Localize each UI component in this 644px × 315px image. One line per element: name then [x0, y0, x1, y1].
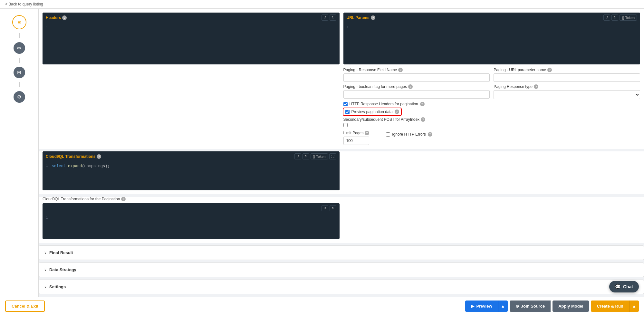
cloud9ql-right-spacer — [343, 151, 640, 190]
sidebar-divider-3 — [19, 82, 20, 87]
paging-response-field-input[interactable] — [343, 73, 490, 82]
pagination-right-spacer — [343, 197, 640, 239]
http-headers-checkbox[interactable] — [343, 102, 348, 106]
headers-undo-btn[interactable]: ↺ — [322, 14, 328, 21]
chat-button[interactable]: 💬 Chat — [609, 281, 639, 292]
cloud9ql-title: Cloud9QL Transformations — [46, 154, 95, 159]
data-strategy-chevron: ∨ — [44, 268, 47, 272]
http-headers-help[interactable]: ? — [420, 102, 425, 106]
settings-section: ∨ Settings — [39, 280, 644, 294]
preview-pagination-label: Preview pagination data — [351, 110, 393, 114]
settings-title: Settings — [49, 284, 66, 289]
url-token-btn[interactable]: {} Token — [620, 14, 637, 21]
avatar[interactable]: R — [12, 15, 26, 29]
pagination-editor-section: Cloud9QL Transformations for the Paginat… — [39, 197, 644, 243]
create-run-button[interactable]: Create & Run — [591, 301, 629, 312]
limit-pages-label: Limit Pages — [343, 131, 364, 135]
url-params-panel: URL Params ? ↺ ↻ {} Token 1 — [343, 13, 640, 145]
paging-bool-help[interactable]: ? — [408, 84, 413, 89]
headers-help-icon[interactable]: ? — [62, 15, 67, 20]
ignore-errors-help[interactable]: ? — [428, 132, 432, 137]
cloud9ql-help-icon[interactable]: ? — [97, 154, 101, 159]
paging-bool-label: Paging - boolean flag for more pages — [343, 84, 407, 89]
pagination-line-1: 1 — [46, 216, 48, 220]
headers-redo-btn[interactable]: ↻ — [330, 14, 336, 21]
cloud9ql-redo-btn[interactable]: ↻ — [303, 153, 309, 159]
paging-url-help[interactable]: ? — [547, 68, 552, 72]
content-area: Headers ? ↺ ↻ 1 — [39, 9, 644, 297]
preview-pagination-checkbox[interactable] — [345, 110, 350, 114]
preview-dropdown-btn[interactable]: ▲ — [498, 301, 508, 312]
data-strategy-header[interactable]: ∨ Data Strategy — [39, 263, 644, 277]
headers-panel: Headers ? ↺ ↻ 1 — [43, 13, 340, 145]
preview-play-icon: ▶ — [471, 304, 474, 309]
pagination-editor-title: Cloud9QL Transformations for the Paginat… — [43, 197, 120, 201]
paging-response-type-label: Paging Response type — [494, 84, 533, 89]
final-result-title: Final Result — [49, 250, 73, 255]
cloud9ql-fullscreen-btn[interactable]: ⛶ — [329, 153, 336, 159]
url-redo-btn[interactable]: ↻ — [611, 14, 618, 21]
sidebar-divider — [19, 33, 20, 38]
pagination-editor-help[interactable]: ? — [121, 197, 126, 201]
cloud9ql-undo-btn[interactable]: ↺ — [294, 153, 301, 159]
data-strategy-section: ∨ Data Strategy — [39, 262, 644, 277]
sidebar: R 👁 ⊞ ⚙ — [0, 9, 39, 297]
paging-field-help[interactable]: ? — [398, 68, 403, 72]
preview-button[interactable]: ▶ Preview — [465, 301, 498, 312]
final-result-chevron: ∨ — [44, 251, 47, 255]
top-nav: < Back to query listing — [0, 0, 644, 9]
cancel-exit-button[interactable]: Cancel & Exit — [5, 301, 45, 312]
pagination-redo-btn[interactable]: ↻ — [330, 205, 336, 211]
paging-bool-input[interactable] — [343, 90, 490, 99]
database-icon-btn[interactable]: ⊞ — [14, 67, 25, 78]
data-strategy-title: Data Strategy — [49, 267, 76, 272]
paging-response-type-select[interactable] — [494, 90, 640, 99]
join-plus-icon: ⊕ — [515, 304, 519, 309]
join-source-button[interactable]: ⊕ Join Source — [510, 301, 551, 312]
paging-response-type-help[interactable]: ? — [534, 84, 538, 89]
preview-icon-btn[interactable]: 👁 — [14, 42, 25, 54]
action-bar: Cancel & Exit ▶ Preview ▲ ⊕ Join Source … — [0, 297, 644, 315]
url-undo-btn[interactable]: ↺ — [603, 14, 610, 21]
final-result-section: ∨ Final Result — [39, 245, 644, 260]
preview-pagination-help[interactable]: ? — [395, 110, 399, 114]
ignore-errors-label: Ignore HTTP Errors — [392, 132, 426, 137]
secondary-post-help[interactable]: ? — [421, 117, 425, 122]
line-num-1: 1 — [46, 25, 48, 29]
url-params-help-icon[interactable]: ? — [371, 15, 375, 20]
url-line-num-1: 1 — [347, 25, 349, 29]
action-buttons-right: ▶ Preview ▲ ⊕ Join Source Apply Model Cr… — [465, 301, 639, 312]
http-headers-label: HTTP Response Headers for pagination — [350, 102, 418, 106]
paging-url-param-input[interactable] — [494, 73, 640, 82]
url-params-title: URL Params — [347, 15, 370, 20]
final-result-header[interactable]: ∨ Final Result — [39, 246, 644, 260]
create-run-dropdown-btn[interactable]: ▲ — [629, 301, 639, 312]
cloud9ql-section: Cloud9QL Transformations ? ↺ ↻ {} Token … — [39, 151, 644, 194]
pagination-undo-btn[interactable]: ↺ — [322, 205, 328, 211]
headers-title: Headers — [46, 15, 61, 20]
back-link[interactable]: < Back to query listing — [5, 2, 43, 6]
paging-url-param-label: Paging - URL parameter name — [494, 68, 546, 72]
settings-icon-btn[interactable]: ⚙ — [14, 91, 25, 103]
top-editors-section: Headers ? ↺ ↻ 1 — [39, 9, 644, 149]
ignore-errors-checkbox[interactable] — [386, 132, 390, 137]
apply-model-button[interactable]: Apply Model — [553, 301, 589, 312]
cloud9ql-line-1: 1 — [46, 164, 48, 168]
secondary-post-checkbox[interactable] — [343, 123, 348, 127]
paging-response-field-label: Paging - Response Field Name — [343, 68, 397, 72]
limit-pages-help[interactable]: ? — [365, 131, 369, 135]
sidebar-divider-2 — [19, 58, 20, 63]
settings-header[interactable]: ∨ Settings — [39, 280, 644, 294]
chat-bubble-icon: 💬 — [615, 284, 620, 289]
limit-pages-input[interactable] — [343, 137, 369, 145]
secondary-post-label: Secondary/subsequent POST for ArrayIndex — [343, 117, 420, 122]
cloud9ql-token-btn[interactable]: {} Token — [311, 153, 328, 159]
cloud9ql-code: select expand(campaings); — [52, 164, 110, 168]
settings-chevron: ∨ — [44, 285, 47, 289]
